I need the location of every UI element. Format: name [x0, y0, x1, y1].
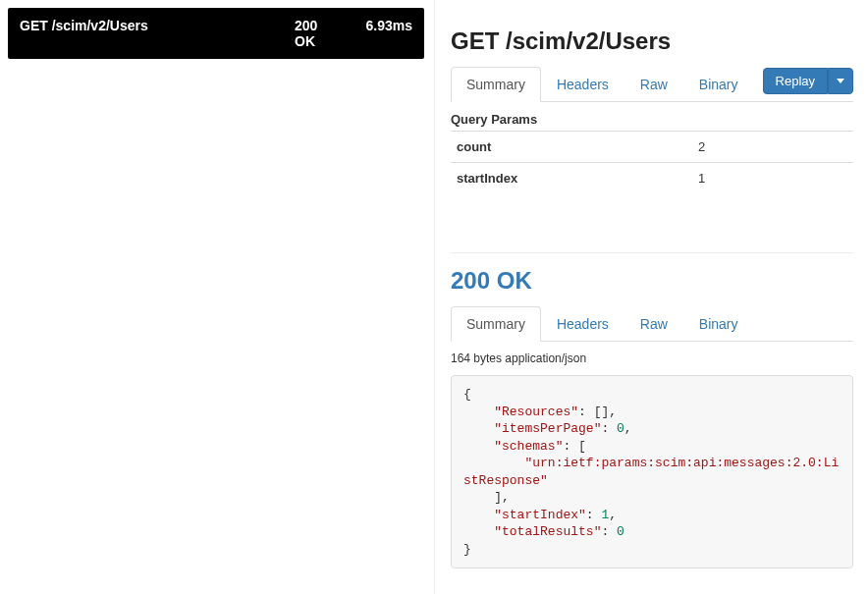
request-list-panel: GET /scim/v2/Users 200 OK 6.93ms	[0, 0, 432, 594]
request-title: GET /scim/v2/Users	[451, 27, 853, 55]
param-value: 2	[692, 132, 853, 163]
panel-divider[interactable]	[434, 0, 435, 594]
response-status-heading: 200 OK	[451, 267, 853, 295]
table-row: count 2	[451, 132, 853, 163]
chevron-down-icon	[837, 79, 844, 83]
tab-summary[interactable]: Summary	[451, 67, 541, 102]
param-key: count	[451, 132, 692, 163]
tab-headers[interactable]: Headers	[541, 306, 624, 342]
request-tabs: Summary Headers Raw Binary	[451, 67, 763, 101]
response-size-label: 164 bytes application/json	[451, 351, 853, 365]
tab-summary[interactable]: Summary	[451, 306, 541, 342]
replay-button[interactable]: Replay	[763, 68, 828, 94]
query-params-label: Query Params	[451, 112, 853, 127]
response-tabs-row: Summary Headers Raw Binary	[451, 306, 853, 342]
tab-binary[interactable]: Binary	[683, 306, 754, 342]
response-tabs: Summary Headers Raw Binary	[451, 306, 853, 341]
tab-binary[interactable]: Binary	[683, 67, 754, 102]
response-body[interactable]: { "Resources": [], "itemsPerPage": 0, "s…	[451, 375, 853, 568]
tab-raw[interactable]: Raw	[624, 306, 683, 342]
request-row-title: GET /scim/v2/Users	[20, 18, 295, 33]
replay-dropdown-toggle[interactable]	[828, 68, 853, 94]
tab-headers[interactable]: Headers	[541, 67, 624, 102]
table-row: startIndex 1	[451, 163, 853, 194]
section-divider	[451, 252, 853, 253]
param-key: startIndex	[451, 163, 692, 194]
request-row-status: 200 OK	[295, 18, 344, 49]
request-tabs-row: Summary Headers Raw Binary Replay	[451, 67, 853, 102]
detail-panel: GET /scim/v2/Users Summary Headers Raw B…	[437, 0, 868, 594]
tab-raw[interactable]: Raw	[624, 67, 683, 102]
replay-button-group: Replay	[763, 68, 853, 94]
param-value: 1	[692, 163, 853, 194]
request-row[interactable]: GET /scim/v2/Users 200 OK 6.93ms	[8, 8, 424, 59]
query-params-table: count 2 startIndex 1	[451, 131, 853, 193]
request-row-time: 6.93ms	[344, 18, 412, 33]
